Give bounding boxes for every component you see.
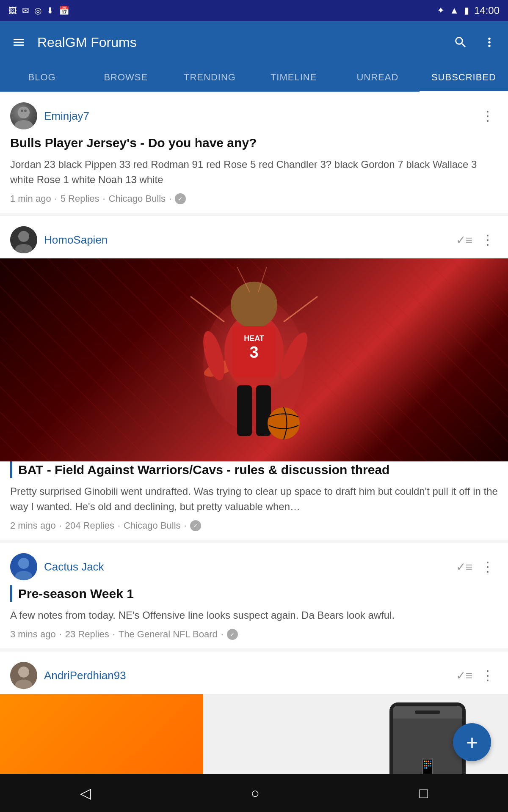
avatar: [10, 102, 37, 129]
download-icon: ⬇: [47, 5, 54, 16]
post-time: 2 mins ago: [10, 520, 56, 531]
tab-browse[interactable]: BROWSE: [84, 63, 168, 91]
avatar: [10, 226, 37, 253]
post-replies: 204 Replies: [65, 520, 114, 531]
battery-icon: ▮: [464, 5, 469, 16]
verified-badge: ✓: [175, 193, 186, 204]
bottom-nav: ◁ ○ □: [0, 774, 508, 812]
bluetooth-icon: ✦: [437, 5, 444, 16]
svg-point-2: [21, 110, 23, 112]
post-header: Eminjay7 ⋮: [0, 92, 508, 134]
post-username: AndriPerdhian93: [44, 669, 456, 682]
post-header: HomoSapien ✓≡ ⋮: [0, 216, 508, 258]
tab-blog[interactable]: BLOG: [0, 63, 84, 91]
recent-apps-button[interactable]: □: [420, 785, 428, 801]
post-replies: 23 Replies: [65, 629, 109, 640]
more-options-button[interactable]: [479, 32, 500, 52]
svg-point-18: [268, 407, 300, 439]
post-actions: ✓≡ ⋮: [456, 228, 498, 251]
post-replies: 5 Replies: [61, 193, 99, 204]
wifi-icon: ▲: [450, 5, 459, 16]
svg-point-5: [18, 231, 29, 242]
post-card: Cactus Jack ✓≡ ⋮ Pre-season Week 1 A few…: [0, 543, 508, 648]
post-body[interactable]: Pre-season Week 1 A few notes from today…: [0, 585, 508, 648]
fab-new-post[interactable]: +: [453, 723, 491, 761]
email-icon: ✉: [22, 5, 29, 16]
post-actions: ✓≡ ⋮: [456, 664, 498, 687]
post-time: 3 mins ago: [10, 629, 56, 640]
home-button[interactable]: ○: [251, 785, 260, 801]
app-title: RealGM Forums: [37, 35, 442, 50]
app-bar: RealGM Forums: [0, 21, 508, 63]
svg-line-20: [284, 296, 318, 322]
tab-unread[interactable]: UNREAD: [336, 63, 420, 91]
verified-badge: ✓: [190, 520, 201, 531]
post-meta: 3 mins ago · 23 Replies · The General NF…: [10, 629, 498, 640]
tab-trending[interactable]: TRENDING: [168, 63, 251, 91]
post-title: Bulls Player Jersey's - Do you have any?: [10, 134, 498, 151]
post-header: AndriPerdhian93 ✓≡ ⋮: [0, 652, 508, 694]
status-icons: 🖼 ✉ ◎ ⬇ 📅: [8, 5, 69, 16]
svg-point-24: [18, 558, 29, 569]
svg-point-1: [14, 120, 33, 129]
svg-point-10: [231, 282, 277, 328]
post-board: The General NFL Board: [119, 629, 218, 640]
post-title: BAT - Field Against Warriors/Cavs - rule…: [10, 461, 498, 478]
svg-rect-16: [237, 385, 252, 436]
post-card: HomoSapien ✓≡ ⋮ 3: [0, 216, 508, 540]
check-icon: ✓≡: [456, 233, 472, 247]
post-preview: Pretty surprised Ginobili went undrafted…: [10, 484, 498, 514]
svg-point-0: [18, 107, 30, 118]
tab-timeline[interactable]: TIMELINE: [252, 63, 336, 91]
post-username: Cactus Jack: [44, 560, 456, 573]
post-body[interactable]: Bulls Player Jersey's - Do you have any?…: [0, 134, 508, 213]
plus-icon: +: [466, 731, 478, 754]
svg-point-27: [18, 667, 29, 678]
target-icon: ◎: [34, 5, 41, 16]
post-actions: ✓≡ ⋮: [456, 555, 498, 578]
tab-subscribed[interactable]: SUBSCRIBED: [420, 63, 508, 91]
post-meta: 2 mins ago · 204 Replies · Chicago Bulls…: [10, 520, 498, 531]
post-meta: 1 min ago · 5 Replies · Chicago Bulls · …: [10, 193, 498, 204]
search-button[interactable]: [450, 32, 471, 52]
svg-text:HEAT: HEAT: [244, 334, 264, 343]
status-bar: 🖼 ✉ ◎ ⬇ 📅 ✦ ▲ ▮ 14:00: [0, 0, 508, 21]
post-board: Chicago Bulls: [124, 520, 181, 531]
player-figure: 3 HEAT: [182, 267, 326, 461]
post-username: HomoSapien: [44, 233, 456, 247]
svg-point-3: [24, 110, 27, 112]
app-bar-actions: [450, 32, 500, 52]
post-more-button[interactable]: ⋮: [478, 664, 498, 687]
feed-container: Eminjay7 ⋮ Bulls Player Jersey's - Do yo…: [0, 92, 508, 812]
post-more-button[interactable]: ⋮: [478, 228, 498, 251]
post-more-button[interactable]: ⋮: [478, 104, 498, 127]
verified-badge: ✓: [227, 629, 238, 640]
back-button[interactable]: ◁: [80, 785, 91, 801]
post-title: Pre-season Week 1: [10, 585, 498, 602]
post-card: Eminjay7 ⋮ Bulls Player Jersey's - Do yo…: [0, 92, 508, 213]
status-right: ✦ ▲ ▮ 14:00: [437, 5, 500, 16]
tab-bar: BLOG BROWSE TRENDING TIMELINE UNREAD SUB…: [0, 63, 508, 92]
avatar: [10, 553, 37, 580]
post-hero-image: 3 HEAT: [0, 258, 508, 461]
avatar: [10, 662, 37, 689]
post-more-button[interactable]: ⋮: [478, 555, 498, 578]
check-icon: ✓≡: [456, 669, 472, 683]
post-preview: A few notes from today. NE's Offensive l…: [10, 608, 498, 623]
post-header: Cactus Jack ✓≡ ⋮: [0, 543, 508, 585]
svg-line-19: [190, 296, 224, 322]
post-preview: Jordan 23 black Pippen 33 red Rodman 91 …: [10, 157, 498, 187]
check-icon: ✓≡: [456, 560, 472, 574]
menu-button[interactable]: [8, 32, 29, 52]
time-display: 14:00: [474, 5, 500, 16]
svg-text:3: 3: [249, 343, 258, 361]
calendar-icon: 📅: [59, 5, 69, 16]
post-username: Eminjay7: [44, 110, 478, 123]
post-board: Chicago Bulls: [109, 193, 166, 204]
post-time: 1 min ago: [10, 193, 51, 204]
photo-icon: 🖼: [8, 6, 17, 16]
post-body[interactable]: BAT - Field Against Warriors/Cavs - rule…: [0, 461, 508, 540]
